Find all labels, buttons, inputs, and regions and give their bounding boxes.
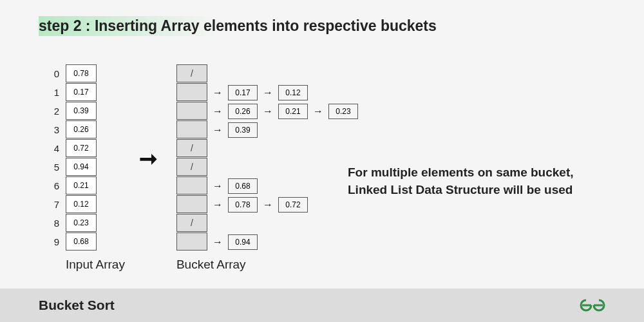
bucket-chain: →0.94 — [207, 234, 258, 250]
bucket-row: →0.68 — [176, 176, 358, 195]
bucket-cell: / — [176, 158, 207, 176]
input-cell: 0.26 — [66, 120, 97, 138]
bucket-chain: →0.17→0.12 — [207, 85, 308, 100]
input-row: 80.23 — [45, 214, 125, 232]
input-row: 00.78 — [45, 64, 125, 83]
linked-list-node: 0.78 — [228, 197, 258, 213]
bucket-array-label: Bucket Array — [176, 258, 358, 272]
linked-list-node: 0.68 — [228, 178, 258, 194]
input-cell: 0.94 — [66, 158, 97, 176]
bucket-chain: →0.39 — [207, 122, 258, 138]
bucket-cell — [176, 232, 207, 251]
bucket-array-column: /→0.17→0.12→0.26→0.21→0.23→0.39//→0.68→0… — [176, 64, 358, 272]
bucket-cell: / — [176, 214, 207, 232]
input-cell: 0.17 — [66, 83, 97, 101]
index-label: 9 — [45, 236, 59, 247]
input-row: 40.72 — [45, 139, 125, 158]
index-label: 4 — [45, 143, 59, 154]
index-label: 2 — [45, 106, 59, 117]
bucket-cell — [176, 102, 207, 120]
bucket-cell — [176, 176, 207, 194]
transform-arrow-icon: ➞ — [139, 146, 157, 171]
input-cell: 0.39 — [66, 102, 97, 120]
bucket-cell — [176, 120, 207, 138]
link-arrow-icon: → — [263, 106, 273, 117]
explanation-line1: For multiple elements on same bucket, — [348, 166, 574, 179]
input-row: 50.94 — [45, 158, 125, 176]
bucket-cell: / — [176, 139, 207, 157]
linked-list-node: 0.26 — [228, 104, 258, 119]
linked-list-node: 0.23 — [328, 104, 358, 119]
input-row: 70.12 — [45, 195, 125, 214]
explanation-line2: Linked List Data Structure will be used — [348, 183, 573, 196]
index-label: 6 — [45, 180, 59, 191]
index-label: 7 — [45, 199, 59, 210]
link-arrow-icon: → — [213, 124, 223, 136]
input-cell: 0.78 — [66, 64, 97, 82]
link-arrow-icon: → — [313, 106, 323, 117]
input-row: 90.68 — [45, 232, 125, 251]
input-cell: 0.72 — [66, 139, 97, 157]
footer-bar: Bucket Sort — [0, 289, 644, 322]
index-label: 8 — [45, 218, 59, 229]
input-cell: 0.23 — [66, 214, 97, 232]
linked-list-node: 0.17 — [228, 85, 258, 100]
geeksforgeeks-logo-icon — [580, 296, 605, 314]
input-row: 60.21 — [45, 176, 125, 195]
linked-list-node: 0.94 — [228, 234, 258, 250]
input-array-label: Input Array — [66, 258, 125, 272]
step-title: step 2 : Inserting Array elements into r… — [39, 16, 443, 36]
bucket-row: →0.78→0.72 — [176, 195, 358, 214]
bucket-row: / — [176, 139, 358, 158]
linked-list-node: 0.12 — [278, 85, 308, 100]
input-array-column: 00.7810.1720.3930.2640.7250.9460.2170.12… — [45, 64, 125, 272]
link-arrow-icon: → — [213, 199, 223, 211]
bucket-chain: →0.26→0.21→0.23 — [207, 104, 358, 119]
input-row: 30.26 — [45, 120, 125, 139]
algorithm-title: Bucket Sort — [39, 298, 115, 313]
linked-list-node: 0.21 — [278, 104, 308, 119]
link-arrow-icon: → — [263, 87, 273, 99]
input-row: 20.39 — [45, 102, 125, 120]
link-arrow-icon: → — [213, 180, 223, 192]
bucket-cell: / — [176, 64, 207, 82]
bucket-row: →0.17→0.12 — [176, 83, 358, 102]
bucket-chain: →0.78→0.72 — [207, 197, 308, 213]
link-arrow-icon: → — [213, 87, 223, 99]
index-label: 1 — [45, 87, 59, 98]
link-arrow-icon: → — [263, 199, 273, 211]
bucket-cell — [176, 195, 207, 213]
bucket-row: / — [176, 64, 358, 83]
input-cell: 0.68 — [66, 232, 97, 251]
input-row: 10.17 — [45, 83, 125, 102]
link-arrow-icon: → — [213, 236, 223, 248]
bucket-row: →0.39 — [176, 120, 358, 139]
index-label: 3 — [45, 124, 59, 135]
index-label: 0 — [45, 68, 59, 79]
bucket-row: / — [176, 214, 358, 232]
bucket-row: →0.94 — [176, 232, 358, 251]
bucket-cell — [176, 83, 207, 101]
link-arrow-icon: → — [213, 106, 223, 117]
bucket-row: →0.26→0.21→0.23 — [176, 102, 358, 120]
linked-list-node: 0.39 — [228, 122, 258, 138]
index-label: 5 — [45, 162, 59, 173]
diagram-area: 00.7810.1720.3930.2640.7250.9460.2170.12… — [45, 64, 358, 272]
bucket-row: / — [176, 158, 358, 176]
input-cell: 0.12 — [66, 195, 97, 213]
bucket-chain: →0.68 — [207, 178, 258, 194]
linked-list-node: 0.72 — [278, 197, 308, 213]
explanation-text: For multiple elements on same bucket, Li… — [348, 164, 574, 198]
input-cell: 0.21 — [66, 176, 97, 194]
